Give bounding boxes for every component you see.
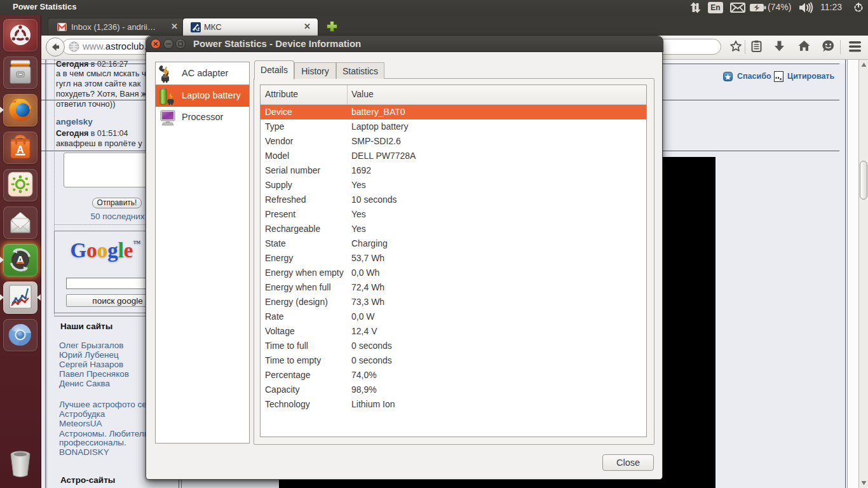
svg-text:A: A bbox=[17, 144, 24, 155]
svg-text:A: A bbox=[17, 254, 24, 266]
